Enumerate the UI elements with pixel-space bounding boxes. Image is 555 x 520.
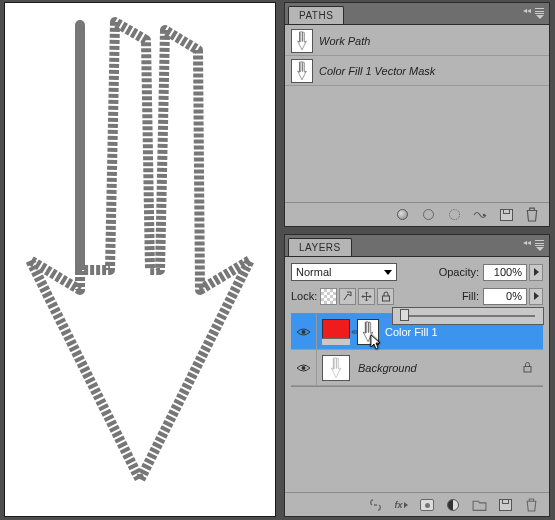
fill-input[interactable]: 0% [483, 288, 527, 305]
fill-label: Fill: [462, 290, 479, 302]
visibility-toggle[interactable] [291, 314, 317, 349]
layer-item-background[interactable]: Background [291, 350, 543, 386]
selection-to-path-icon[interactable] [473, 208, 487, 222]
layer-color-swatch[interactable] [322, 319, 350, 345]
fill-stepper[interactable] [529, 288, 543, 305]
path-thumbnail [291, 29, 313, 53]
fx-icon[interactable]: fx [393, 497, 409, 513]
lock-label: Lock: [291, 290, 317, 302]
path-item-vector-mask[interactable]: Color Fill 1 Vector Mask [285, 56, 549, 86]
layers-tabbar: LAYERS ◂◂ [285, 235, 549, 257]
adjustment-icon[interactable] [445, 497, 461, 513]
document-canvas[interactable] [4, 2, 276, 517]
paths-tab[interactable]: PATHS [288, 6, 344, 24]
lock-position-icon[interactable] [358, 288, 375, 305]
collapse-icon[interactable]: ◂◂ [523, 238, 531, 247]
path-item-work[interactable]: Work Path [285, 26, 549, 56]
layer-label: Color Fill 1 [385, 326, 438, 338]
chevron-down-icon [384, 270, 392, 275]
panel-menu-icon[interactable] [533, 239, 546, 251]
paths-tabbar: PATHS ◂◂ [285, 3, 549, 25]
path-label: Work Path [319, 35, 370, 47]
visibility-toggle[interactable] [291, 350, 317, 385]
svg-point-2 [302, 330, 306, 334]
stroke-path-icon[interactable] [421, 208, 435, 222]
arrow-path-preview [10, 10, 270, 510]
svg-rect-5 [524, 366, 531, 372]
paths-list: Work Path Color Fill 1 Vector Mask [285, 25, 549, 87]
group-icon[interactable] [471, 497, 487, 513]
layer-label: Background [358, 362, 417, 374]
new-path-icon[interactable] [499, 208, 513, 222]
path-thumbnail [291, 59, 313, 83]
lock-all-icon[interactable] [377, 288, 394, 305]
collapse-icon[interactable]: ◂◂ [523, 6, 531, 15]
fill-slider-popup[interactable] [392, 307, 544, 325]
paths-panel: PATHS ◂◂ Work Path Color Fill 1 Vector M… [284, 2, 550, 227]
paths-footer [285, 202, 549, 226]
opacity-label: Opacity: [439, 266, 479, 278]
cursor-icon [370, 334, 384, 352]
path-label: Color Fill 1 Vector Mask [319, 65, 435, 77]
fill-slider-knob[interactable] [400, 309, 409, 321]
fill-path-icon[interactable] [395, 208, 409, 222]
svg-rect-1 [382, 296, 389, 301]
new-layer-icon[interactable] [497, 497, 513, 513]
lock-transparency-icon[interactable] [320, 288, 337, 305]
delete-path-icon[interactable] [525, 208, 539, 222]
path-to-selection-icon[interactable] [447, 208, 461, 222]
link-layers-icon[interactable] [367, 497, 383, 513]
blend-mode-value: Normal [296, 266, 331, 278]
blend-mode-select[interactable]: Normal [291, 263, 397, 281]
vector-mask-thumbnail[interactable] [357, 319, 379, 345]
delete-layer-icon[interactable] [523, 497, 539, 513]
layers-tab[interactable]: LAYERS [288, 238, 352, 256]
lock-icon [522, 361, 533, 375]
lock-pixels-icon[interactable] [339, 288, 356, 305]
layers-panel: LAYERS ◂◂ Normal Opacity: 100% Lock: [284, 234, 550, 517]
layers-footer: fx [285, 492, 549, 516]
mask-icon[interactable] [419, 497, 435, 513]
layer-thumbnail[interactable] [322, 355, 350, 381]
svg-point-4 [302, 366, 306, 370]
opacity-input[interactable]: 100% [483, 264, 527, 281]
opacity-stepper[interactable] [529, 264, 543, 281]
svg-point-0 [483, 213, 485, 215]
panel-menu-icon[interactable] [533, 7, 546, 19]
